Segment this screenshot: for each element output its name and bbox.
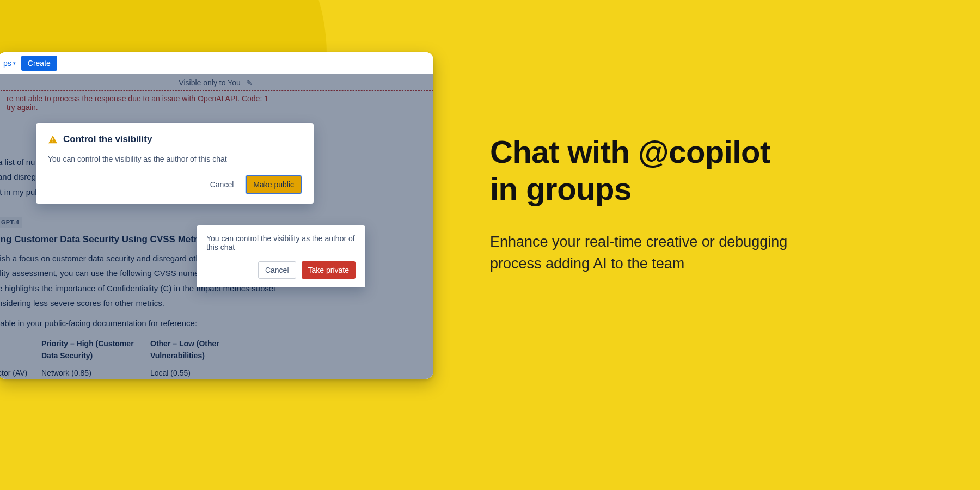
modal-message: You can control the visibility as the au… [48,155,302,163]
create-button[interactable]: Create [21,56,57,71]
modal-message: You can control the visibility as the au… [206,234,356,252]
hero-title-line1: Chat with @copilot [490,134,770,169]
hero-title-line2: in groups [490,171,632,206]
take-private-button[interactable]: Take private [302,261,356,279]
app-topbar: ps ▾ Create [0,52,433,74]
visibility-modal-private: You can control the visibility as the au… [197,225,365,287]
warning-icon [48,135,58,144]
promo-slide: Chat with @copilot in groups Enhance you… [0,0,980,490]
hero-subtitle: Enhance your real-time creative or debug… [490,231,838,275]
app-screenshot: ps ▾ Create Visible only to You ✎ re not… [0,52,433,379]
visibility-modal-public: Control the visibility You can control t… [36,123,314,204]
hero-title: Chat with @copilot in groups [490,133,838,208]
apps-dropdown[interactable]: ps ▾ [3,59,16,68]
cancel-button[interactable]: Cancel [204,175,241,194]
hero-text: Chat with @copilot in groups Enhance you… [490,133,838,275]
chevron-down-icon: ▾ [13,60,16,66]
make-public-button[interactable]: Make public [246,175,302,194]
cancel-button[interactable]: Cancel [258,261,296,279]
svg-rect-1 [52,142,53,142]
svg-rect-0 [52,138,53,140]
modal-title: Control the visibility [63,134,152,145]
document-area: Visible only to You ✎ re not able to pro… [0,74,433,379]
apps-label: ps [3,59,11,68]
